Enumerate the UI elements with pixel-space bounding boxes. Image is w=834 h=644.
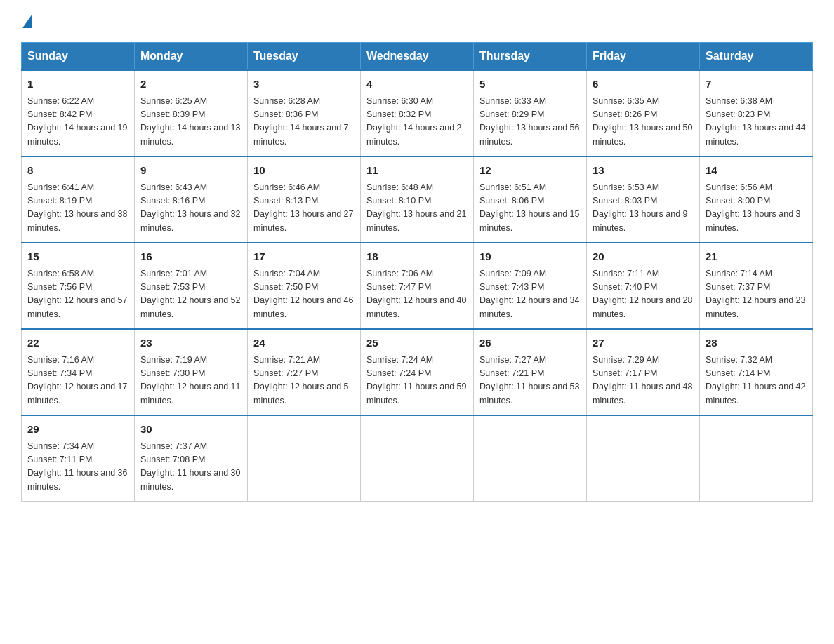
weekday-header-saturday: Saturday bbox=[700, 43, 813, 71]
day-number: 1 bbox=[27, 76, 128, 93]
day-number: 23 bbox=[140, 335, 241, 351]
day-number: 5 bbox=[479, 76, 581, 93]
calendar-cell: 13Sunrise: 6:53 AMSunset: 8:03 PMDayligh… bbox=[587, 156, 700, 243]
calendar-cell: 8Sunrise: 6:41 AMSunset: 8:19 PMDaylight… bbox=[22, 156, 135, 243]
calendar-cell: 26Sunrise: 7:27 AMSunset: 7:21 PMDayligh… bbox=[474, 329, 587, 415]
day-number: 24 bbox=[253, 335, 355, 351]
day-info: Sunrise: 7:29 AMSunset: 7:17 PMDaylight:… bbox=[593, 354, 694, 408]
calendar-cell: 30Sunrise: 7:37 AMSunset: 7:08 PMDayligh… bbox=[135, 415, 248, 502]
calendar-cell: 19Sunrise: 7:09 AMSunset: 7:43 PMDayligh… bbox=[474, 243, 587, 329]
day-number: 14 bbox=[706, 163, 807, 179]
day-info: Sunrise: 7:27 AMSunset: 7:21 PMDaylight:… bbox=[479, 354, 581, 408]
day-info: Sunrise: 6:56 AMSunset: 8:00 PMDaylight:… bbox=[706, 181, 807, 236]
calendar-cell bbox=[587, 415, 700, 502]
calendar-cell: 22Sunrise: 7:16 AMSunset: 7:34 PMDayligh… bbox=[22, 329, 135, 415]
calendar-cell: 17Sunrise: 7:04 AMSunset: 7:50 PMDayligh… bbox=[248, 243, 361, 329]
day-info: Sunrise: 6:43 AMSunset: 8:16 PMDaylight:… bbox=[140, 181, 241, 236]
day-info: Sunrise: 6:58 AMSunset: 7:56 PMDaylight:… bbox=[27, 267, 128, 322]
day-number: 19 bbox=[479, 249, 581, 265]
day-info: Sunrise: 7:01 AMSunset: 7:53 PMDaylight:… bbox=[140, 267, 241, 322]
day-info: Sunrise: 6:53 AMSunset: 8:03 PMDaylight:… bbox=[593, 181, 694, 236]
day-number: 20 bbox=[593, 249, 694, 265]
day-info: Sunrise: 6:30 AMSunset: 8:32 PMDaylight:… bbox=[366, 95, 468, 149]
calendar-cell: 15Sunrise: 6:58 AMSunset: 7:56 PMDayligh… bbox=[22, 243, 135, 329]
calendar-cell: 21Sunrise: 7:14 AMSunset: 7:37 PMDayligh… bbox=[700, 243, 813, 329]
weekday-header-monday: Monday bbox=[135, 43, 248, 71]
day-info: Sunrise: 6:41 AMSunset: 8:19 PMDaylight:… bbox=[27, 181, 128, 236]
day-info: Sunrise: 7:34 AMSunset: 7:11 PMDaylight:… bbox=[27, 440, 128, 495]
calendar-cell: 2Sunrise: 6:25 AMSunset: 8:39 PMDaylight… bbox=[135, 70, 248, 156]
calendar-cell: 18Sunrise: 7:06 AMSunset: 7:47 PMDayligh… bbox=[361, 243, 474, 329]
day-info: Sunrise: 7:16 AMSunset: 7:34 PMDaylight:… bbox=[27, 354, 128, 408]
day-info: Sunrise: 6:38 AMSunset: 8:23 PMDaylight:… bbox=[706, 95, 807, 149]
calendar-cell: 16Sunrise: 7:01 AMSunset: 7:53 PMDayligh… bbox=[135, 243, 248, 329]
week-row-1: 1Sunrise: 6:22 AMSunset: 8:42 PMDaylight… bbox=[22, 70, 813, 156]
weekday-header-wednesday: Wednesday bbox=[361, 43, 474, 71]
week-row-2: 8Sunrise: 6:41 AMSunset: 8:19 PMDaylight… bbox=[22, 156, 813, 243]
day-number: 7 bbox=[706, 76, 807, 93]
calendar-cell: 10Sunrise: 6:46 AMSunset: 8:13 PMDayligh… bbox=[248, 156, 361, 243]
day-number: 26 bbox=[479, 335, 581, 351]
day-info: Sunrise: 6:48 AMSunset: 8:10 PMDaylight:… bbox=[366, 181, 468, 236]
calendar-cell bbox=[700, 415, 813, 502]
day-info: Sunrise: 7:14 AMSunset: 7:37 PMDaylight:… bbox=[706, 267, 807, 322]
day-number: 28 bbox=[706, 335, 807, 351]
calendar-cell: 20Sunrise: 7:11 AMSunset: 7:40 PMDayligh… bbox=[587, 243, 700, 329]
day-number: 17 bbox=[253, 249, 355, 265]
day-info: Sunrise: 7:21 AMSunset: 7:27 PMDaylight:… bbox=[253, 354, 355, 408]
weekday-header-row: SundayMondayTuesdayWednesdayThursdayFrid… bbox=[22, 43, 813, 71]
calendar-cell: 12Sunrise: 6:51 AMSunset: 8:06 PMDayligh… bbox=[474, 156, 587, 243]
calendar-cell: 24Sunrise: 7:21 AMSunset: 7:27 PMDayligh… bbox=[248, 329, 361, 415]
week-row-4: 22Sunrise: 7:16 AMSunset: 7:34 PMDayligh… bbox=[22, 329, 813, 415]
day-info: Sunrise: 6:51 AMSunset: 8:06 PMDaylight:… bbox=[479, 181, 581, 236]
calendar-cell: 25Sunrise: 7:24 AMSunset: 7:24 PMDayligh… bbox=[361, 329, 474, 415]
day-info: Sunrise: 7:09 AMSunset: 7:43 PMDaylight:… bbox=[479, 267, 581, 322]
weekday-header-friday: Friday bbox=[587, 43, 700, 71]
day-number: 9 bbox=[140, 163, 241, 179]
day-info: Sunrise: 7:19 AMSunset: 7:30 PMDaylight:… bbox=[140, 354, 241, 408]
calendar-cell: 5Sunrise: 6:33 AMSunset: 8:29 PMDaylight… bbox=[474, 70, 587, 156]
day-number: 16 bbox=[140, 249, 241, 265]
day-number: 12 bbox=[479, 163, 581, 179]
weekday-header-thursday: Thursday bbox=[474, 43, 587, 71]
day-number: 3 bbox=[253, 76, 355, 93]
logo bbox=[21, 14, 32, 28]
calendar-cell: 27Sunrise: 7:29 AMSunset: 7:17 PMDayligh… bbox=[587, 329, 700, 415]
day-number: 25 bbox=[366, 335, 468, 351]
calendar-cell: 3Sunrise: 6:28 AMSunset: 8:36 PMDaylight… bbox=[248, 70, 361, 156]
calendar-cell: 28Sunrise: 7:32 AMSunset: 7:14 PMDayligh… bbox=[700, 329, 813, 415]
calendar-cell: 6Sunrise: 6:35 AMSunset: 8:26 PMDaylight… bbox=[587, 70, 700, 156]
day-info: Sunrise: 7:06 AMSunset: 7:47 PMDaylight:… bbox=[366, 267, 468, 322]
day-info: Sunrise: 6:22 AMSunset: 8:42 PMDaylight:… bbox=[27, 95, 128, 149]
day-number: 11 bbox=[366, 163, 468, 179]
calendar-cell: 11Sunrise: 6:48 AMSunset: 8:10 PMDayligh… bbox=[361, 156, 474, 243]
week-row-5: 29Sunrise: 7:34 AMSunset: 7:11 PMDayligh… bbox=[22, 415, 813, 502]
calendar-cell: 7Sunrise: 6:38 AMSunset: 8:23 PMDaylight… bbox=[700, 70, 813, 156]
calendar-cell bbox=[361, 415, 474, 502]
calendar-cell bbox=[248, 415, 361, 502]
day-info: Sunrise: 6:25 AMSunset: 8:39 PMDaylight:… bbox=[140, 95, 241, 149]
day-info: Sunrise: 7:04 AMSunset: 7:50 PMDaylight:… bbox=[253, 267, 355, 322]
calendar-cell: 14Sunrise: 6:56 AMSunset: 8:00 PMDayligh… bbox=[700, 156, 813, 243]
day-info: Sunrise: 6:35 AMSunset: 8:26 PMDaylight:… bbox=[593, 95, 694, 149]
day-number: 6 bbox=[593, 76, 694, 93]
day-number: 15 bbox=[27, 249, 128, 265]
calendar-table: SundayMondayTuesdayWednesdayThursdayFrid… bbox=[21, 42, 813, 502]
calendar-cell: 9Sunrise: 6:43 AMSunset: 8:16 PMDaylight… bbox=[135, 156, 248, 243]
day-info: Sunrise: 7:37 AMSunset: 7:08 PMDaylight:… bbox=[140, 440, 241, 495]
calendar-cell: 29Sunrise: 7:34 AMSunset: 7:11 PMDayligh… bbox=[22, 415, 135, 502]
day-number: 4 bbox=[366, 76, 468, 93]
day-number: 29 bbox=[27, 422, 128, 438]
weekday-header-sunday: Sunday bbox=[22, 43, 135, 71]
day-info: Sunrise: 7:24 AMSunset: 7:24 PMDaylight:… bbox=[366, 354, 468, 408]
day-number: 21 bbox=[706, 249, 807, 265]
calendar-cell bbox=[474, 415, 587, 502]
logo-triangle-icon bbox=[22, 14, 32, 28]
day-info: Sunrise: 6:33 AMSunset: 8:29 PMDaylight:… bbox=[479, 95, 581, 149]
day-info: Sunrise: 6:46 AMSunset: 8:13 PMDaylight:… bbox=[253, 181, 355, 236]
day-info: Sunrise: 7:11 AMSunset: 7:40 PMDaylight:… bbox=[593, 267, 694, 322]
day-number: 18 bbox=[366, 249, 468, 265]
day-number: 13 bbox=[593, 163, 694, 179]
week-row-3: 15Sunrise: 6:58 AMSunset: 7:56 PMDayligh… bbox=[22, 243, 813, 329]
day-info: Sunrise: 7:32 AMSunset: 7:14 PMDaylight:… bbox=[706, 354, 807, 408]
